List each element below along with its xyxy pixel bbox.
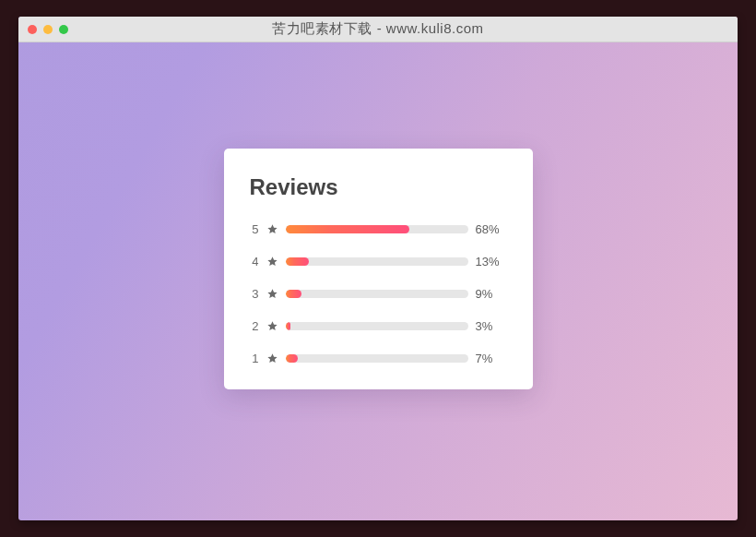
bar-fill bbox=[286, 225, 410, 233]
rating-row: 39% bbox=[250, 287, 507, 301]
bar-track bbox=[286, 354, 468, 363]
rating-percent: 9% bbox=[476, 287, 507, 301]
star-icon bbox=[266, 352, 278, 364]
star-icon bbox=[266, 288, 278, 300]
rating-rows: 568%413%39%23%17% bbox=[250, 222, 507, 365]
rating-percent: 3% bbox=[476, 319, 507, 333]
reviews-card: Reviews 568%413%39%23%17% bbox=[224, 149, 533, 389]
rating-number: 2 bbox=[250, 319, 259, 333]
bar-fill bbox=[286, 322, 291, 330]
rating-percent: 7% bbox=[476, 352, 507, 365]
bar-track bbox=[286, 322, 468, 330]
maximize-icon[interactable] bbox=[59, 25, 68, 34]
rating-row: 568% bbox=[250, 222, 507, 236]
bar-fill bbox=[286, 257, 310, 266]
bar-fill bbox=[286, 354, 299, 363]
window-title: 苦力吧素材下载 - www.kuli8.com bbox=[18, 20, 738, 38]
rating-row: 17% bbox=[250, 352, 507, 365]
star-icon bbox=[266, 320, 278, 332]
bar-fill bbox=[286, 290, 302, 298]
rating-row: 413% bbox=[250, 255, 507, 268]
window-titlebar: 苦力吧素材下载 - www.kuli8.com bbox=[18, 17, 738, 42]
star-icon bbox=[266, 320, 278, 332]
minimize-icon[interactable] bbox=[43, 25, 53, 34]
bar-track bbox=[286, 290, 468, 298]
rating-number: 4 bbox=[250, 255, 259, 268]
star-icon bbox=[266, 352, 278, 364]
star-icon bbox=[266, 256, 278, 268]
rating-number: 5 bbox=[250, 222, 259, 236]
star-icon bbox=[266, 288, 278, 300]
rating-percent: 68% bbox=[476, 222, 507, 236]
star-icon bbox=[266, 223, 278, 235]
content-area: Reviews 568%413%39%23%17% bbox=[18, 42, 738, 520]
star-icon bbox=[266, 223, 278, 235]
traffic-lights bbox=[28, 25, 68, 34]
star-icon bbox=[266, 256, 278, 268]
rating-percent: 13% bbox=[476, 255, 507, 268]
close-icon[interactable] bbox=[28, 25, 37, 34]
rating-row: 23% bbox=[250, 319, 507, 333]
bar-track bbox=[286, 225, 468, 233]
browser-window: 苦力吧素材下载 - www.kuli8.com Reviews 568%413%… bbox=[18, 17, 738, 520]
rating-number: 1 bbox=[250, 352, 259, 365]
bar-track bbox=[286, 257, 468, 266]
rating-number: 3 bbox=[250, 287, 259, 301]
card-title: Reviews bbox=[250, 174, 507, 200]
